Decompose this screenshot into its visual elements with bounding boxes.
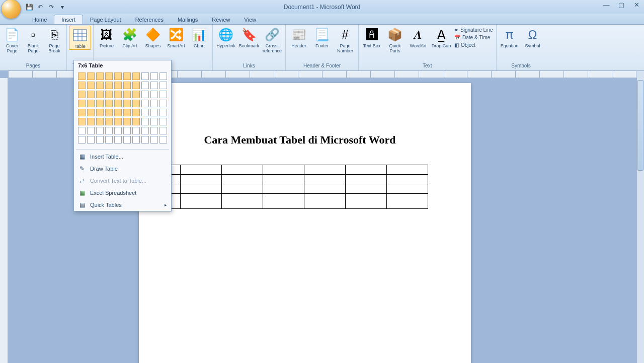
grid-cell[interactable] (78, 100, 86, 107)
grid-cell[interactable] (123, 136, 131, 143)
grid-cell[interactable] (96, 127, 104, 134)
grid-cell[interactable] (141, 91, 149, 98)
grid-cell[interactable] (159, 100, 167, 107)
signature-line-button[interactable]: ✒Signature Line (453, 27, 494, 33)
minimize-button[interactable]: — (602, 1, 611, 8)
grid-cell[interactable] (78, 118, 86, 125)
symbol-button[interactable]: ΩSymbol (522, 26, 544, 49)
grid-cell[interactable] (150, 127, 158, 134)
grid-cell[interactable] (150, 72, 158, 80)
grid-cell[interactable] (114, 100, 122, 107)
text-box-button[interactable]: 🅰Text Box (361, 26, 383, 49)
grid-cell[interactable] (78, 82, 86, 89)
grid-cell[interactable] (141, 127, 149, 134)
grid-cell[interactable] (159, 91, 167, 98)
grid-cell[interactable] (132, 91, 140, 98)
close-button[interactable]: ✕ (632, 1, 641, 8)
grid-cell[interactable] (87, 72, 95, 80)
grid-cell[interactable] (114, 118, 122, 125)
grid-cell[interactable] (96, 136, 104, 143)
picture-button[interactable]: 🖼Picture (96, 26, 118, 49)
grid-cell[interactable] (96, 118, 104, 125)
tab-references[interactable]: References (128, 15, 171, 24)
grid-cell[interactable] (105, 100, 113, 107)
footer-button[interactable]: 📃Footer (311, 26, 333, 49)
grid-cell[interactable] (87, 91, 95, 98)
tab-page-layout[interactable]: Page Layout (83, 15, 128, 24)
grid-cell[interactable] (150, 82, 158, 89)
tab-home[interactable]: Home (25, 15, 54, 24)
date-time-button[interactable]: 📅Date & Time (453, 34, 494, 41)
grid-cell[interactable] (141, 109, 149, 116)
grid-cell[interactable] (159, 136, 167, 143)
equation-button[interactable]: πEquation (499, 26, 521, 49)
vertical-scrollbar[interactable] (637, 71, 644, 363)
grid-cell[interactable] (123, 82, 131, 89)
quick-tables-menu[interactable]: ▤Quick Tables▸ (74, 199, 171, 211)
qat-more-icon[interactable]: ▾ (58, 3, 66, 11)
excel-spreadsheet-menu[interactable]: ▦Excel Spreadsheet (74, 187, 171, 199)
grid-cell[interactable] (159, 109, 167, 116)
grid-cell[interactable] (150, 118, 158, 125)
grid-cell[interactable] (87, 100, 95, 107)
grid-cell[interactable] (159, 82, 167, 89)
grid-cell[interactable] (87, 109, 95, 116)
chart-button[interactable]: 📊Chart (188, 26, 210, 49)
grid-cell[interactable] (141, 118, 149, 125)
grid-cell[interactable] (105, 118, 113, 125)
cross-reference-button[interactable]: 🔗Cross-reference (261, 26, 283, 54)
grid-cell[interactable] (141, 72, 149, 80)
tab-review[interactable]: Review (205, 15, 237, 24)
drop-cap-button[interactable]: A̲Drop Cap (430, 26, 452, 49)
insert-table-menu[interactable]: ▦Insert Table... (74, 151, 171, 163)
smartart-button[interactable]: 🔀SmartArt (165, 26, 187, 49)
header-button[interactable]: 📰Header (288, 26, 310, 49)
shapes-button[interactable]: 🔶Shapes (142, 26, 164, 49)
grid-cell[interactable] (150, 136, 158, 143)
grid-cell[interactable] (114, 109, 122, 116)
tab-view[interactable]: View (237, 15, 263, 24)
save-icon[interactable]: 💾 (25, 3, 33, 11)
grid-cell[interactable] (123, 72, 131, 80)
grid-cell[interactable] (87, 136, 95, 143)
grid-cell[interactable] (96, 109, 104, 116)
redo-icon[interactable]: ↷ (47, 3, 55, 11)
grid-cell[interactable] (105, 82, 113, 89)
grid-cell[interactable] (105, 91, 113, 98)
grid-cell[interactable] (150, 109, 158, 116)
cover-page-button[interactable]: 📄 Cover Page (2, 26, 22, 54)
grid-cell[interactable] (141, 100, 149, 107)
tab-insert[interactable]: Insert (54, 15, 83, 24)
grid-cell[interactable] (114, 72, 122, 80)
grid-cell[interactable] (87, 127, 95, 134)
grid-cell[interactable] (159, 118, 167, 125)
table-button[interactable]: Table (69, 26, 91, 50)
grid-cell[interactable] (123, 109, 131, 116)
undo-icon[interactable]: ↶ (36, 3, 44, 11)
grid-cell[interactable] (96, 91, 104, 98)
grid-cell[interactable] (78, 127, 86, 134)
grid-cell[interactable] (123, 91, 131, 98)
scrollbar-thumb[interactable] (637, 80, 643, 171)
page-number-button[interactable]: #Page Number (334, 26, 356, 54)
draw-table-menu[interactable]: ✎Draw Table (74, 163, 171, 175)
object-button[interactable]: ◧Object (453, 42, 494, 48)
page-break-button[interactable]: ⎘ Page Break (44, 26, 64, 54)
grid-cell[interactable] (132, 127, 140, 134)
grid-cell[interactable] (96, 82, 104, 89)
grid-cell[interactable] (96, 72, 104, 80)
vertical-ruler[interactable] (0, 78, 8, 363)
grid-cell[interactable] (114, 136, 122, 143)
grid-cell[interactable] (114, 82, 122, 89)
clipart-button[interactable]: 🧩Clip Art (119, 26, 141, 49)
grid-cell[interactable] (78, 72, 86, 80)
grid-cell[interactable] (132, 136, 140, 143)
grid-cell[interactable] (123, 100, 131, 107)
grid-cell[interactable] (150, 91, 158, 98)
table-size-grid[interactable] (74, 70, 171, 148)
grid-cell[interactable] (78, 136, 86, 143)
inserted-table[interactable] (139, 165, 428, 209)
hyperlink-button[interactable]: 🌐Hyperlink (215, 26, 237, 49)
grid-cell[interactable] (132, 82, 140, 89)
grid-cell[interactable] (105, 136, 113, 143)
